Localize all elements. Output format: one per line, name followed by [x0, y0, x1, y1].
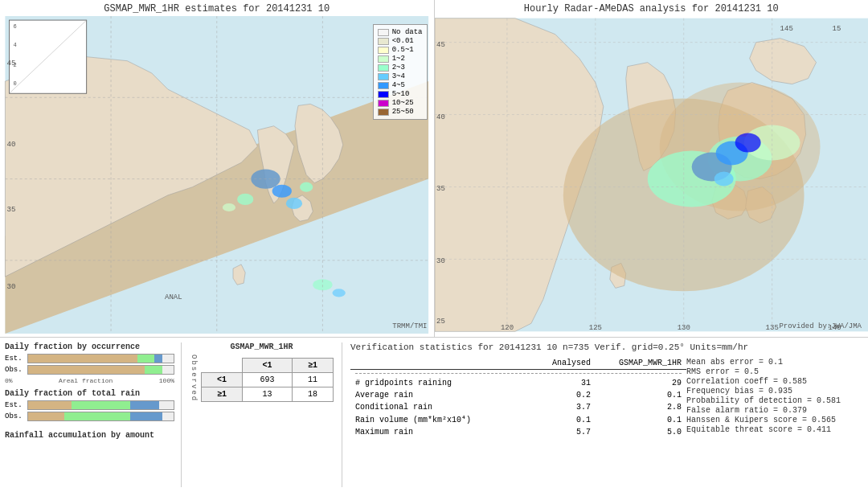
- stat-4: Probability of detection = 0.581: [686, 396, 863, 405]
- svg-text:130: 130: [677, 324, 690, 332]
- legend-item-nodata: No data: [378, 28, 423, 36]
- bottom-row: Daily fraction by occurrence Est. Obs.: [0, 338, 868, 492]
- verif-val-g-3: 0.1: [596, 413, 686, 426]
- cell-22: 18: [292, 387, 333, 402]
- legend-color-nodata: [378, 29, 389, 36]
- verif-stats-panel: Mean abs error = 0.1 RMS error = 0.5 Cor…: [686, 357, 863, 438]
- verif-val-a-4: 5.7: [535, 426, 596, 438]
- est-tan-fill-occ: [28, 355, 137, 363]
- legend-label-25: 25~50: [392, 108, 414, 116]
- svg-point-4: [286, 198, 302, 209]
- stat-0: Mean abs error = 0.1: [686, 358, 863, 367]
- obs-bar-rain: Obs.: [5, 412, 174, 421]
- svg-text:45: 45: [436, 41, 444, 49]
- contingency-wrapper: Observed <1 ≥1 <1 693 11 ≥1 13: [190, 355, 334, 402]
- obs-label-occ: Obs.: [5, 366, 27, 374]
- est-tan-fill-rain: [28, 401, 72, 409]
- legend-label-5: 5~10: [392, 90, 410, 98]
- svg-point-9: [333, 289, 346, 297]
- verif-val-g-1: 0.1: [596, 389, 686, 401]
- verif-val-g-4: 5.0: [596, 426, 686, 438]
- rain-title: Daily fraction of total rain: [5, 389, 174, 398]
- empty-header: [202, 359, 243, 373]
- verif-row-2: Conditional rain 3.7 2.8: [350, 401, 686, 413]
- legend-color-25: [378, 109, 389, 116]
- verif-label-3: Rain volume (mm*km²x10⁴): [350, 413, 535, 426]
- bar-chart-rain: Daily fraction of total rain Est. Obs.: [5, 389, 174, 423]
- legend-item-4: 4~5: [378, 81, 423, 89]
- legend-item-3: 3~4: [378, 72, 423, 80]
- svg-point-3: [272, 185, 292, 198]
- legend-item-5: 5~10: [378, 90, 423, 98]
- est-bar-occ: Est.: [5, 354, 174, 363]
- svg-text:40: 40: [436, 113, 444, 121]
- est-green-fill-occ: [137, 355, 155, 363]
- col-header2: ≥1: [292, 359, 333, 373]
- stat-6: Hanssen & Kuipers score = 0.565: [686, 416, 863, 424]
- svg-text:45: 45: [6, 59, 15, 68]
- provided-by-label: Provided by:JWA/JMA: [779, 322, 862, 330]
- svg-point-7: [223, 203, 235, 211]
- anal-label: ANAL: [165, 293, 182, 301]
- cell-21: 13: [243, 387, 293, 402]
- legend-item-2: 2~3: [378, 64, 423, 72]
- verif-row-0: # gridpoints raining 31 29: [350, 377, 686, 389]
- svg-text:4: 4: [14, 42, 17, 48]
- est-blue-fill-occ: [154, 355, 162, 363]
- svg-text:15: 15: [832, 25, 841, 33]
- axis-mid-occ: Areal fraction: [59, 377, 113, 384]
- left-map-svg: 6 4 2 0 45 40 35 30: [0, 16, 434, 334]
- contingency-table: <1 ≥1 <1 693 11 ≥1 13 18: [201, 358, 334, 402]
- accum-title: Rainfall accumulation by amount: [5, 431, 174, 440]
- bottom-left-panel: Daily fraction by occurrence Est. Obs.: [5, 342, 182, 487]
- legend-label-nodata: No data: [392, 28, 423, 36]
- trmm-label: TRMM/TMI: [392, 322, 427, 330]
- obs-vertical-text: Observed: [190, 355, 198, 402]
- verif-label-0: # gridpoints raining: [350, 377, 535, 389]
- verif-label-2: Conditional rain: [350, 401, 535, 413]
- bar-chart-occurrence: Daily fraction by occurrence Est. Obs.: [5, 342, 174, 384]
- legend-label-001: <0.01: [392, 37, 414, 45]
- verif-columns: Analysed GSMAP_MWR_1HR # gridpoints rain…: [350, 357, 863, 438]
- right-map-panel: Hourly Radar-AMeDAS analysis for 2014123…: [435, 0, 869, 337]
- svg-text:135: 135: [765, 324, 778, 332]
- legend-color-3: [378, 73, 389, 80]
- cell-11: 693: [243, 373, 293, 387]
- legend-item-05: 0.5~1: [378, 46, 423, 54]
- obs-vertical-label: Observed: [190, 355, 198, 402]
- axis-start-occ: 0%: [5, 377, 13, 384]
- verif-table-container: Analysed GSMAP_MWR_1HR # gridpoints rain…: [350, 357, 686, 438]
- verif-row-1: Average rain 0.2 0.1: [350, 389, 686, 401]
- top-row: GSMAP_MWR_1HR estimates for 20141231 10: [0, 0, 868, 338]
- est-bar-bg-occ: [27, 354, 174, 363]
- svg-text:145: 145: [780, 25, 792, 33]
- svg-text:30: 30: [436, 257, 444, 265]
- est-label-occ: Est.: [5, 355, 27, 363]
- verif-val-a-0: 31: [535, 377, 596, 389]
- stat-3: Frequency bias = 0.935: [686, 387, 863, 396]
- bottom-middle-panel: GSMAP_MWR_1HR Observed <1 ≥1 <1 693 11: [182, 342, 342, 487]
- col-header1: <1: [243, 359, 293, 373]
- axis-labels-occ: 0% Areal fraction 100%: [5, 376, 174, 384]
- svg-text:30: 30: [6, 282, 15, 291]
- legend-item-10: 10~25: [378, 99, 423, 107]
- obs-tan-fill-rain: [28, 412, 64, 420]
- legend-label-3: 3~4: [392, 72, 405, 80]
- svg-text:35: 35: [6, 205, 15, 214]
- right-map-canvas: 45 40 35 30 25 120 125 130 135 140 145 1…: [435, 16, 869, 334]
- verif-table: Analysed GSMAP_MWR_1HR # gridpoints rain…: [350, 357, 686, 438]
- cell-12: 11: [292, 373, 333, 387]
- svg-point-5: [300, 182, 313, 192]
- occurrence-title: Daily fraction by occurrence: [5, 342, 174, 351]
- legend-label-1: 1~2: [392, 55, 405, 63]
- obs-bar-occ: Obs.: [5, 365, 174, 375]
- svg-text:40: 40: [6, 140, 15, 149]
- svg-point-6: [237, 194, 253, 205]
- legend-color-2: [378, 64, 389, 72]
- right-map-svg: 45 40 35 30 25 120 125 130 135 140 145 1…: [435, 16, 869, 334]
- legend-item-1: 1~2: [378, 55, 423, 63]
- obs-bar-bg-rain: [27, 412, 174, 421]
- legend-color-5: [378, 91, 389, 98]
- est-bar-rain: Est.: [5, 400, 174, 410]
- legend-color-1: [378, 55, 389, 63]
